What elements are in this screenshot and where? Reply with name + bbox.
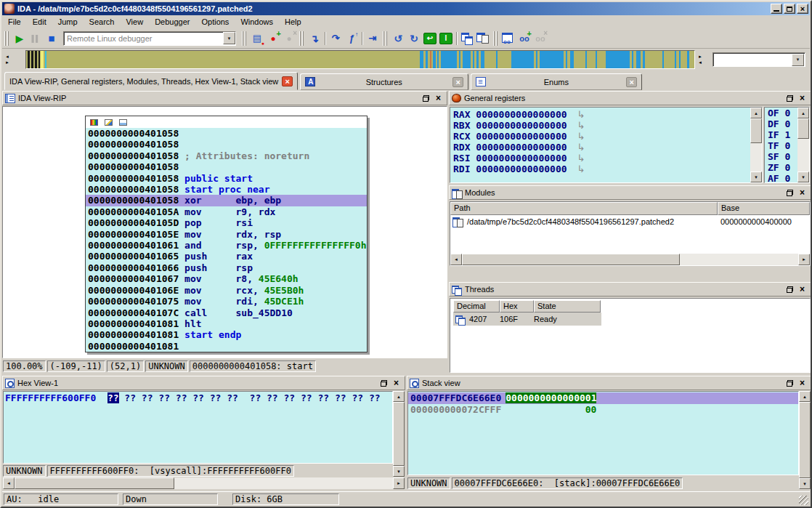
disasm-line[interactable]: 0000000000401058 xor ebp, ebp: [86, 195, 367, 206]
toolbar-grip[interactable]: [299, 31, 304, 46]
module-row[interactable]: /data/tmp/e7bc5d2c0cf4480348f55041965612…: [450, 215, 810, 228]
navband-combobox[interactable]: ▼: [712, 52, 805, 67]
disassembly-box[interactable]: 0000000000401058000000000040105800000000…: [85, 116, 368, 352]
disassembly-canvas[interactable]: 0000000000401058000000000040105800000000…: [2, 106, 447, 358]
palette-icon[interactable]: [90, 119, 98, 126]
scroll-down-icon[interactable]: ▼: [750, 172, 762, 182]
hex-selected-byte[interactable]: ??: [107, 392, 119, 403]
hex-horizontal-scrollbar[interactable]: ◄ ►: [3, 477, 405, 489]
undo-jump-icon[interactable]: [390, 31, 406, 47]
tab-enums[interactable]: Enums×: [471, 73, 642, 90]
disasm-line[interactable]: 0000000000401067 mov r8, 45E640h: [86, 273, 367, 284]
chart-icon[interactable]: [119, 119, 127, 126]
menu-view[interactable]: View: [120, 16, 149, 28]
minimize-button[interactable]: [771, 4, 782, 14]
float-panel-button[interactable]: [784, 283, 796, 295]
close-panel-button[interactable]: ×: [432, 92, 444, 104]
disasm-line[interactable]: 000000000040105D pop rsi: [86, 217, 367, 228]
tab-close-icon[interactable]: ×: [452, 77, 463, 87]
registers-vertical-scrollbar[interactable]: ▲ ▼: [750, 108, 762, 182]
stack-row[interactable]: 000000000072CFFF00: [408, 404, 798, 416]
run-to-line-icon[interactable]: [439, 33, 452, 44]
run-until-return-icon[interactable]: [344, 31, 360, 47]
menu-options[interactable]: Options: [195, 16, 235, 28]
run-to-cursor-icon[interactable]: [365, 31, 381, 47]
toolbar-grip[interactable]: [4, 31, 9, 46]
column-header-state[interactable]: State: [534, 300, 601, 313]
navband-scroll-right[interactable]: ►◄: [695, 54, 705, 65]
menu-jump[interactable]: Jump: [52, 16, 84, 28]
tab-structures[interactable]: Structures×: [300, 73, 468, 90]
flags-list[interactable]: OF 0DF 0IF 1TF 0SF 0ZF 0AF 0 ▲ ▼: [764, 107, 810, 183]
threads-table[interactable]: Decimal Hex State 4207106FReady: [450, 298, 811, 373]
scroll-thumb[interactable]: [750, 118, 762, 143]
scroll-left-icon[interactable]: ◄: [450, 254, 462, 265]
scroll-down-icon[interactable]: ▼: [799, 478, 811, 489]
scroll-thumb[interactable]: [15, 477, 174, 489]
scroll-up-icon[interactable]: ▲: [393, 391, 405, 402]
scroll-up-icon[interactable]: ▲: [750, 108, 762, 118]
tab-close-icon[interactable]: ×: [626, 77, 637, 87]
debugger-select[interactable]: Remote Linux debugger▼: [63, 31, 236, 46]
scroll-down-icon[interactable]: ▼: [393, 466, 405, 477]
watch-add-icon[interactable]: [516, 31, 532, 47]
modules-titlebar[interactable]: Modules ×: [449, 185, 811, 200]
scroll-right-icon[interactable]: ►: [393, 477, 405, 489]
disasm-line[interactable]: 0000000000401058 public start: [86, 173, 367, 184]
resize-grip[interactable]: [799, 496, 808, 505]
toolbar-grip[interactable]: [383, 31, 388, 46]
column-header-decimal[interactable]: Decimal: [453, 300, 500, 313]
flags-vertical-scrollbar[interactable]: ▲ ▼: [797, 108, 809, 182]
disasm-line[interactable]: 0000000000401081 hlt: [86, 318, 367, 329]
registers-titlebar[interactable]: General registers ×: [449, 91, 811, 105]
step-into-icon[interactable]: [306, 31, 322, 47]
registers-list[interactable]: RAX 0000000000000000RBX 0000000000000000…: [450, 107, 763, 183]
column-header-base[interactable]: Base: [718, 202, 810, 215]
disasm-line[interactable]: 0000000000401081 start endp: [86, 329, 367, 340]
disasm-line[interactable]: 0000000000401061 and rsp, 0FFFFFFFFFFFFF…: [86, 240, 367, 251]
scroll-thumb[interactable]: [462, 254, 680, 265]
scroll-up-icon[interactable]: ▲: [797, 108, 809, 118]
register-row[interactable]: RDI 0000000000000000: [450, 164, 762, 174]
menu-help[interactable]: Help: [279, 16, 307, 28]
disasm-line[interactable]: 0000000000401075 mov rdi, 45DCE1h: [86, 296, 367, 307]
thread-row[interactable]: 4207106FReady: [453, 313, 601, 326]
watch-delete-icon[interactable]: [532, 31, 548, 47]
close-panel-button[interactable]: ×: [796, 283, 808, 295]
stack-list[interactable]: 00007FFFDC6E66E0000000000000000100000000…: [407, 391, 799, 475]
threads-titlebar[interactable]: Threads ×: [449, 282, 811, 297]
window-titlebar[interactable]: IDA - /data/tmp/e7bc5d2c0cf4480348f55041…: [2, 2, 810, 15]
disasm-line[interactable]: 0000000000401058: [86, 139, 367, 150]
stack-row[interactable]: 00007FFFDC6E66E00000000000000001: [408, 392, 798, 404]
toolbar-grip[interactable]: [493, 31, 498, 46]
disasm-line[interactable]: 000000000040105E mov rdx, rsp: [86, 229, 367, 240]
disasm-line[interactable]: 000000000040106E mov rcx, 45E5B0h: [86, 285, 367, 296]
scroll-thumb[interactable]: [799, 402, 811, 478]
register-row[interactable]: RAX 0000000000000000: [450, 109, 762, 120]
breakpoint-delete-icon[interactable]: [281, 31, 297, 47]
step-over-icon[interactable]: [328, 31, 344, 47]
float-panel-button[interactable]: [784, 187, 796, 198]
register-row[interactable]: RCX 0000000000000000: [450, 131, 762, 142]
register-row[interactable]: RBX 0000000000000000: [450, 120, 762, 131]
scroll-down-icon[interactable]: ▼: [797, 172, 809, 182]
breakpoint-list-icon[interactable]: [249, 31, 265, 47]
close-button[interactable]: ×: [797, 4, 808, 14]
close-panel-button[interactable]: ×: [796, 92, 808, 104]
register-row[interactable]: RDX 0000000000000000: [450, 142, 762, 153]
hex-dump[interactable]: FFFFFFFFFF600FF0 ?? ?? ?? ?? ?? ?? ?? ??…: [3, 391, 393, 464]
stack-vertical-scrollbar[interactable]: ▲ ▼: [799, 391, 811, 489]
scroll-thumb[interactable]: [393, 402, 405, 466]
disasm-line[interactable]: 0000000000401058 ; Attributes: noreturn: [86, 150, 367, 161]
ida-view-titlebar[interactable]: IDA View-RIP ×: [2, 91, 447, 105]
disasm-line[interactable]: 000000000040107C call sub_45DD10: [86, 307, 367, 318]
scroll-thumb[interactable]: [797, 118, 809, 139]
scroll-up-icon[interactable]: ▲: [799, 391, 811, 402]
float-panel-button[interactable]: [784, 377, 796, 389]
disasm-line[interactable]: 0000000000401065 push rax: [86, 251, 367, 262]
graph-icon[interactable]: [105, 119, 113, 126]
hex-view-titlebar[interactable]: Hex View-1 ×: [2, 376, 405, 390]
window-list-icon[interactable]: [475, 31, 491, 47]
menu-windows[interactable]: Windows: [235, 16, 279, 28]
scroll-left-icon[interactable]: ◄: [3, 477, 15, 489]
